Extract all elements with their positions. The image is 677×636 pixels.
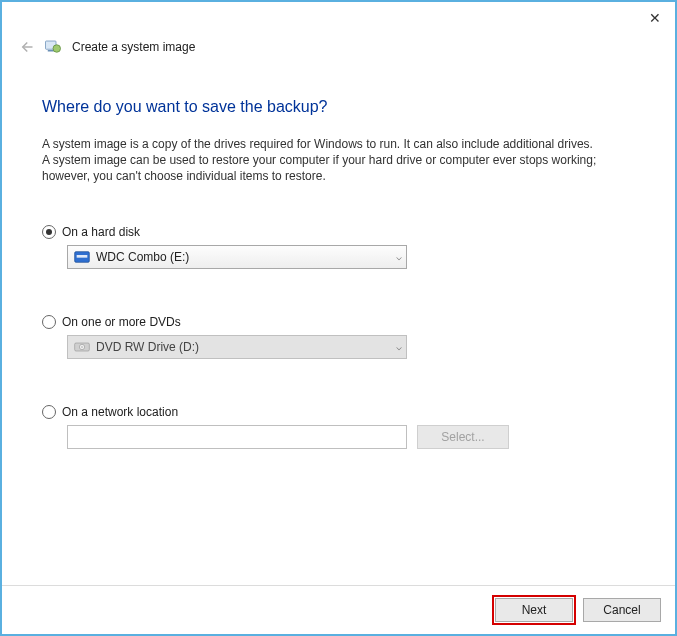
radio-label-dvd: On one or more DVDs — [62, 315, 181, 329]
hard-drive-icon — [74, 250, 90, 264]
hard-disk-dropdown[interactable]: WDC Combo (E:) ⌵ — [67, 245, 407, 269]
content-area: Where do you want to save the backup? A … — [2, 56, 675, 585]
title-bar: ✕ — [2, 2, 675, 34]
header-row: Create a system image — [2, 34, 675, 56]
chevron-down-icon: ⌵ — [396, 341, 402, 352]
page-heading: Where do you want to save the backup? — [42, 98, 637, 116]
hard-disk-selected: WDC Combo (E:) — [96, 250, 189, 264]
radio-row-dvd[interactable]: On one or more DVDs — [42, 315, 637, 329]
wizard-title: Create a system image — [72, 40, 195, 54]
svg-point-8 — [81, 346, 82, 347]
radio-label-network: On a network location — [62, 405, 178, 419]
close-icon[interactable]: ✕ — [649, 11, 661, 25]
radio-network[interactable] — [42, 405, 56, 419]
back-icon[interactable] — [16, 38, 34, 56]
radio-label-hard-disk: On a hard disk — [62, 225, 140, 239]
svg-rect-5 — [77, 255, 88, 258]
svg-point-3 — [53, 45, 61, 53]
next-button[interactable]: Next — [495, 598, 573, 622]
dvd-drive-icon — [74, 340, 90, 354]
chevron-down-icon: ⌵ — [396, 251, 402, 262]
option-dvd: On one or more DVDs DVD RW Drive (D:) ⌵ — [42, 315, 637, 359]
wizard-window: ✕ Create a system image Where do you wan… — [0, 0, 677, 636]
system-image-icon — [44, 38, 62, 56]
footer: Next Cancel — [2, 585, 675, 634]
option-hard-disk: On a hard disk WDC Combo (E:) ⌵ — [42, 225, 637, 269]
radio-row-hard-disk[interactable]: On a hard disk — [42, 225, 637, 239]
radio-dvd[interactable] — [42, 315, 56, 329]
svg-rect-2 — [48, 50, 54, 52]
network-location-field — [67, 425, 407, 449]
select-button: Select... — [417, 425, 509, 449]
cancel-button[interactable]: Cancel — [583, 598, 661, 622]
dvd-dropdown: DVD RW Drive (D:) ⌵ — [67, 335, 407, 359]
dvd-selected: DVD RW Drive (D:) — [96, 340, 199, 354]
description-text: A system image is a copy of the drives r… — [42, 136, 602, 185]
radio-row-network[interactable]: On a network location — [42, 405, 637, 419]
radio-hard-disk[interactable] — [42, 225, 56, 239]
option-network: On a network location Select... — [42, 405, 637, 449]
